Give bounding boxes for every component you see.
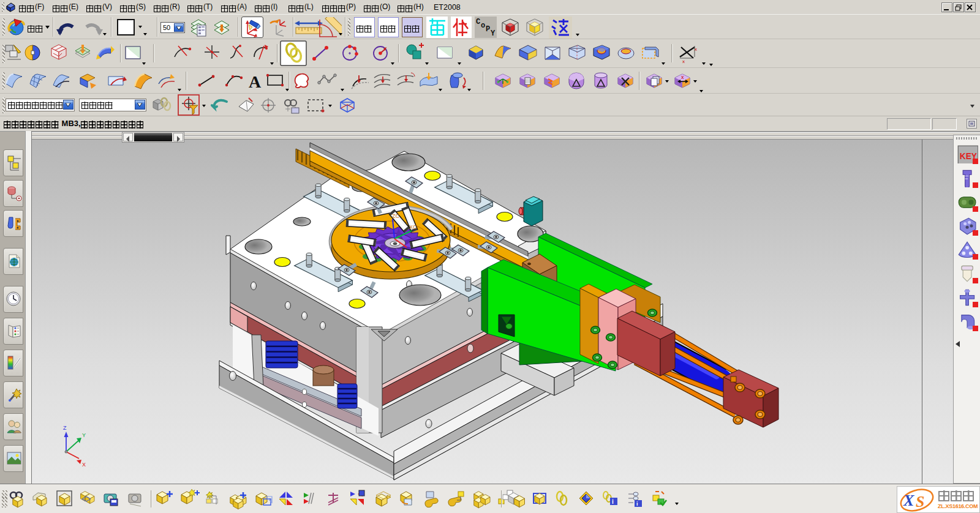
svg-text:Y: Y (82, 432, 86, 438)
svg-text:Y: Y (491, 29, 496, 38)
svg-text:X: X (82, 462, 86, 468)
svg-text:S: S (916, 493, 924, 511)
svg-text:o: o (481, 21, 485, 30)
svg-text:A: A (249, 72, 262, 91)
svg-text:i: i (636, 501, 638, 507)
svg-text:i: i (612, 498, 614, 505)
svg-text:XC: XC (409, 224, 417, 230)
svg-text:Z: Z (63, 425, 67, 431)
svg-text:X: X (903, 492, 914, 509)
svg-text:x: x (682, 59, 685, 64)
svg-text:x: x (695, 47, 697, 52)
svg-text:x: x (681, 74, 684, 80)
svg-text:ZC: ZC (392, 213, 399, 219)
svg-text:C: C (476, 18, 480, 26)
svg-text:P: P (486, 25, 490, 34)
